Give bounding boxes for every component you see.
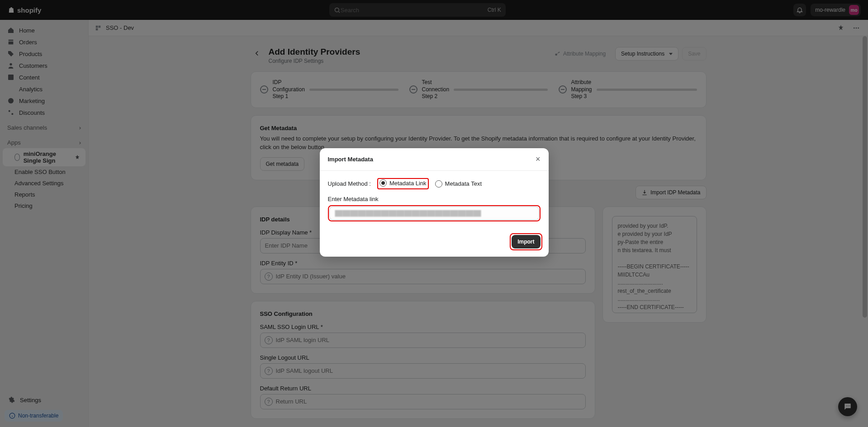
modal-overlay[interactable]: Import Metadata × Upload Method : Metada… bbox=[0, 0, 868, 20]
